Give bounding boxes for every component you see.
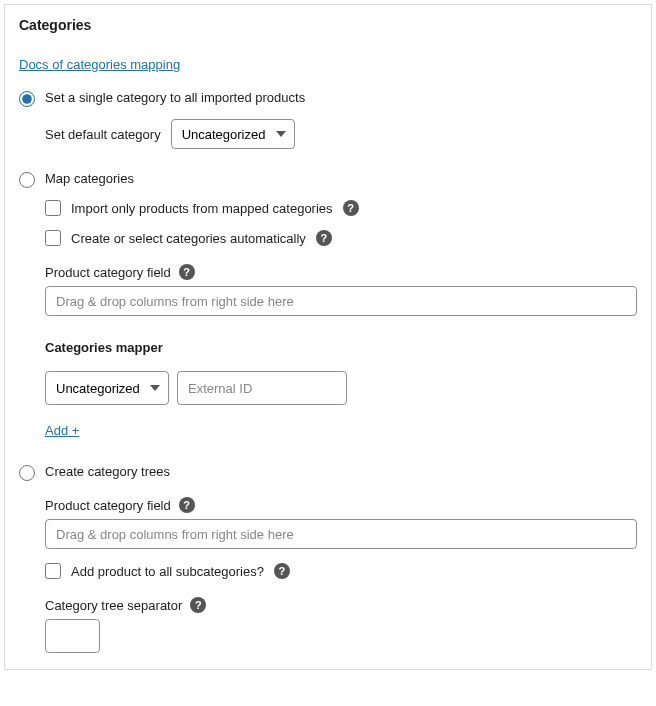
tree-separator-label: Category tree separator [45, 598, 182, 613]
default-category-label: Set default category [45, 127, 161, 142]
mapper-external-id-input[interactable] [177, 371, 347, 405]
product-category-field-input[interactable] [45, 286, 637, 316]
radio-single-category[interactable] [19, 91, 35, 107]
add-subcategories-label: Add product to all subcategories? [71, 564, 264, 579]
help-icon[interactable]: ? [190, 597, 206, 613]
tree-product-category-field-input[interactable] [45, 519, 637, 549]
help-icon[interactable]: ? [316, 230, 332, 246]
import-only-mapped-checkbox[interactable] [45, 200, 61, 216]
auto-create-categories-label: Create or select categories automaticall… [71, 231, 306, 246]
panel-title: Categories [19, 17, 637, 33]
add-mapper-link[interactable]: Add + [45, 423, 79, 438]
help-icon[interactable]: ? [274, 563, 290, 579]
docs-link[interactable]: Docs of categories mapping [19, 57, 180, 72]
mapper-category-select[interactable]: Uncategorized [45, 371, 169, 405]
radio-create-category-trees[interactable] [19, 465, 35, 481]
single-category-label: Set a single category to all imported pr… [45, 90, 305, 105]
help-icon[interactable]: ? [343, 200, 359, 216]
auto-create-categories-checkbox[interactable] [45, 230, 61, 246]
help-icon[interactable]: ? [179, 264, 195, 280]
default-category-select[interactable]: Uncategorized [171, 119, 295, 149]
tree-product-category-field-label: Product category field [45, 498, 171, 513]
categories-mapper-heading: Categories mapper [45, 340, 637, 355]
help-icon[interactable]: ? [179, 497, 195, 513]
create-category-trees-label: Create category trees [45, 464, 170, 479]
product-category-field-label: Product category field [45, 265, 171, 280]
import-only-mapped-label: Import only products from mapped categor… [71, 201, 333, 216]
add-subcategories-checkbox[interactable] [45, 563, 61, 579]
tree-separator-input[interactable] [45, 619, 100, 653]
radio-map-categories[interactable] [19, 172, 35, 188]
map-categories-label: Map categories [45, 171, 134, 186]
